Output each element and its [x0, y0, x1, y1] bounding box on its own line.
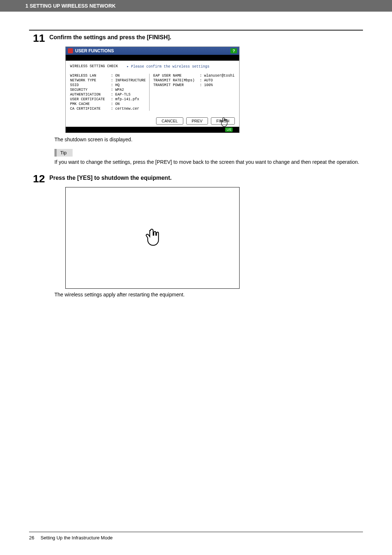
- footer-section-title: Setting Up the Infrastructure Mode: [41, 535, 113, 540]
- label-authentication: AUTHENTICATION: [70, 93, 109, 97]
- wireless-check-label: WIRELESS SETTING CHECK: [70, 64, 118, 69]
- label-transmit-power: TRANSMIT POWER: [153, 83, 197, 87]
- label-user-certificate: USER CERTIFICATE: [70, 97, 109, 101]
- settings-values-left: : ON : INFRASTRUCTURE : HQ : WPA2 : EAP-…: [111, 74, 150, 111]
- label-security: SECURITY: [70, 88, 109, 92]
- step-number-11: 11: [29, 33, 49, 44]
- value-authentication: : EAP-TLS: [111, 93, 148, 97]
- value-network-type: : INFRASTRUCTURE: [111, 78, 148, 82]
- label-pmk-cache: PMK CACHE: [70, 102, 109, 106]
- value-ca-certificate: : certnew.cer: [111, 107, 148, 111]
- label-transmit-rate: TRANSMIT RATE(Mbps): [153, 78, 197, 82]
- step-12: 12 Press the [YES] to shutdown the equip…: [29, 173, 363, 184]
- tip-label: Tip: [54, 149, 73, 157]
- footer-divider: [29, 532, 363, 532]
- settings-labels-left: WIRELESS LAN NETWORK TYPE SSID SECURITY …: [70, 74, 109, 111]
- value-transmit-rate: : AUTO: [200, 78, 235, 82]
- value-user-certificate: : mfp-141.pfx: [111, 97, 148, 101]
- tip-text: If you want to change the settings, pres…: [54, 159, 363, 166]
- step-12-screenshot-placeholder: [65, 187, 240, 289]
- ui-button-row: CANCEL PREV FINISH: [66, 114, 239, 127]
- tip-box: Tip: [54, 149, 363, 157]
- page-footer: 26 Setting Up the Infrastructure Mode: [0, 532, 392, 540]
- ui-titlebar: USER FUNCTIONS ?: [66, 47, 239, 55]
- locale-badge: US: [225, 127, 233, 132]
- step-11: 11 Confirm the settings and press the [F…: [29, 33, 363, 44]
- label-ssid: SSID: [70, 83, 109, 87]
- ui-main-panel: WIRELESS SETTING CHECK ▸ Please confirm …: [66, 61, 239, 114]
- label-eap-user-name: EAP USER NAME: [153, 74, 197, 78]
- settings-values-right: : wlanuser@toshi : AUTO : 100%: [200, 74, 235, 111]
- finish-button[interactable]: FINISH: [211, 117, 235, 125]
- value-transmit-power: : 100%: [200, 83, 235, 87]
- cancel-button[interactable]: CANCEL: [156, 117, 183, 125]
- ui-footer-strip: US: [66, 127, 239, 133]
- wireless-check-msg: ▸ Please confirm the wireless settings: [127, 64, 209, 69]
- value-pmk-cache: : ON: [111, 102, 148, 106]
- step-12-title: Press the [YES] to shutdown the equipmen…: [49, 175, 363, 181]
- step-11-caption: The shutdown screen is displayed.: [54, 137, 363, 142]
- value-ssid: : HQ: [111, 83, 148, 87]
- page-number: 26: [29, 535, 39, 540]
- label-network-type: NETWORK TYPE: [70, 78, 109, 82]
- ui-title: USER FUNCTIONS: [75, 48, 114, 53]
- step-number-12: 12: [29, 173, 49, 184]
- value-wireless-lan: : ON: [111, 74, 148, 78]
- label-wireless-lan: WIRELESS LAN: [70, 74, 109, 78]
- hand-cursor-icon: [144, 228, 161, 247]
- step-12-caption: The wireless settings apply after restar…: [54, 292, 363, 297]
- chapter-header: 1 SETTING UP WIRELESS NETWORK: [0, 0, 392, 12]
- app-icon: [68, 48, 73, 53]
- step-11-title: Confirm the settings and press the [FINI…: [49, 34, 363, 41]
- divider-top: [29, 30, 363, 31]
- value-eap-user-name: : wlanuser@toshi: [200, 74, 235, 78]
- value-security: : WPA2: [111, 88, 148, 92]
- ui-blackstrip-top: [66, 55, 239, 61]
- label-ca-certificate: CA CERTIFICATE: [70, 107, 109, 111]
- help-icon[interactable]: ?: [230, 48, 237, 53]
- printer-screenshot: USER FUNCTIONS ? WIRELESS SETTING CHECK …: [65, 46, 240, 133]
- prev-button[interactable]: PREV: [186, 117, 208, 125]
- settings-labels-right: EAP USER NAME TRANSMIT RATE(Mbps) TRANSM…: [152, 74, 197, 111]
